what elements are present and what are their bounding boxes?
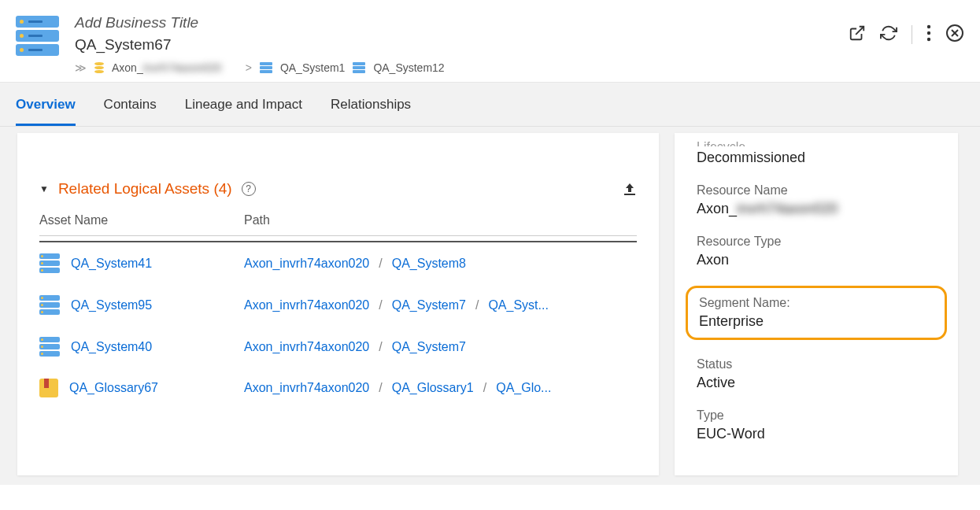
column-path[interactable]: Path [244, 213, 270, 227]
field-value: Axon_invrh74axon020 [697, 201, 936, 217]
more-icon[interactable] [926, 24, 931, 45]
asset-cell: QA_System95 [39, 295, 244, 315]
chevron-icon: > [246, 61, 252, 74]
field-label: Lifecycle [697, 138, 936, 146]
field-label: Status [697, 357, 936, 371]
field-lifecycle: Lifecycle Decommissioned [697, 138, 936, 166]
asset-cell: QA_System40 [39, 337, 244, 357]
path-cell: Axon_invrh74axon020/QA_System7 [244, 340, 637, 354]
path-link[interactable]: Axon_invrh74axon020 [244, 381, 369, 395]
path-separator: / [379, 340, 382, 354]
field-value: Decommissioned [697, 150, 936, 166]
main-panel: ▼ Related Logical Assets (4) ? Asset Nam… [17, 133, 659, 475]
path-separator: / [483, 381, 486, 395]
path-separator: / [379, 298, 382, 312]
database-icon [94, 62, 104, 73]
path-link[interactable]: QA_System7 [392, 340, 466, 354]
path-link[interactable]: QA_System7 [392, 298, 466, 312]
field-type: Type EUC-Word [697, 408, 936, 442]
asset-cell: QA_Glossary67 [39, 379, 244, 397]
path-link[interactable]: Axon_invrh74axon020 [244, 257, 369, 271]
asset-link[interactable]: QA_System41 [71, 257, 152, 271]
tab-contains[interactable]: Contains [104, 97, 157, 126]
business-title-placeholder[interactable]: Add Business Title [75, 14, 849, 31]
tab-relationships[interactable]: Relationships [331, 97, 411, 126]
field-segment-name: Segment Name: Enterprise [686, 286, 947, 340]
path-link[interactable]: Axon_invrh74axon020 [244, 298, 369, 312]
field-value: Active [697, 375, 936, 391]
field-resource-type: Resource Type Axon [697, 235, 936, 268]
asset-link[interactable]: QA_System95 [71, 298, 152, 312]
glossary-icon [39, 379, 58, 397]
content-area: ▼ Related Logical Assets (4) ? Asset Nam… [0, 127, 980, 485]
path-separator: / [379, 381, 382, 395]
field-value: Axon [697, 252, 936, 268]
path-link[interactable]: QA_Glo... [496, 381, 551, 395]
path-cell: Axon_invrh74axon020/QA_Glossary1/QA_Glo.… [244, 381, 637, 395]
breadcrumb-item[interactable]: QA_System12 [373, 61, 444, 74]
header-titles: Add Business Title QA_System67 ≫ Axon_in… [75, 14, 849, 74]
path-link[interactable]: QA_System8 [392, 257, 466, 271]
page-header: Add Business Title QA_System67 ≫ Axon_in… [0, 0, 980, 83]
asset-link[interactable]: QA_System40 [71, 340, 152, 354]
chevron-icon: ≫ [75, 61, 87, 74]
breadcrumb-item[interactable]: QA_System1 [280, 61, 345, 74]
tab-lineage[interactable]: Lineage and Impact [185, 97, 302, 126]
system-icon [353, 62, 365, 73]
asset-cell: QA_System41 [39, 253, 244, 273]
path-separator: / [379, 257, 382, 271]
header-actions [849, 24, 964, 46]
table-row: QA_System40Axon_invrh74axon020/QA_System… [39, 326, 637, 368]
table-row: QA_System95Axon_invrh74axon020/QA_System… [39, 284, 637, 326]
refresh-icon[interactable] [880, 24, 897, 45]
field-label: Type [697, 408, 936, 423]
close-icon[interactable] [945, 24, 964, 46]
table-header: Asset Name Path [39, 213, 637, 236]
field-label: Resource Name [697, 183, 936, 198]
details-sidebar: Lifecycle Decommissioned Resource Name A… [675, 133, 958, 475]
path-separator: / [475, 298, 479, 312]
svg-point-1 [927, 25, 930, 28]
field-status: Status Active [697, 357, 936, 391]
field-value: Enterprise [699, 313, 934, 330]
system-icon [39, 337, 60, 357]
field-label: Segment Name: [699, 296, 934, 310]
svg-point-2 [927, 31, 930, 35]
field-value: EUC-Word [697, 426, 936, 442]
svg-point-3 [927, 38, 930, 41]
help-icon[interactable]: ? [242, 182, 256, 196]
table-body: QA_System41Axon_invrh74axon020/QA_System… [39, 241, 637, 408]
system-icon [39, 295, 60, 315]
breadcrumb-root[interactable]: Axon_invrh74axon020 [112, 61, 238, 74]
svg-rect-7 [624, 194, 635, 195]
path-link[interactable]: QA_Syst... [488, 298, 548, 312]
system-icon [260, 62, 272, 73]
table-row: QA_System41Axon_invrh74axon020/QA_System… [39, 242, 637, 284]
breadcrumb: ≫ Axon_invrh74axon020 > QA_System1 QA_Sy… [75, 61, 849, 74]
table-row: QA_Glossary67Axon_invrh74axon020/QA_Glos… [39, 368, 637, 408]
path-cell: Axon_invrh74axon020/QA_System7/QA_Syst..… [244, 298, 637, 312]
field-resource-name: Resource Name Axon_invrh74axon020 [697, 183, 936, 217]
collapse-caret-icon[interactable]: ▼ [39, 183, 49, 194]
section-header: ▼ Related Logical Assets (4) ? [39, 180, 637, 198]
tab-overview[interactable]: Overview [16, 97, 76, 126]
system-icon [16, 16, 59, 56]
system-name: QA_System67 [75, 36, 849, 54]
export-icon[interactable] [623, 182, 637, 196]
divider [912, 25, 912, 44]
section-title: Related Logical Assets (4) [58, 180, 232, 198]
path-link[interactable]: Axon_invrh74axon020 [244, 340, 369, 354]
field-label: Resource Type [697, 235, 936, 249]
path-link[interactable]: QA_Glossary1 [392, 381, 474, 395]
open-external-icon[interactable] [849, 24, 866, 45]
asset-link[interactable]: QA_Glossary67 [69, 381, 158, 395]
tab-bar: Overview Contains Lineage and Impact Rel… [0, 83, 980, 127]
svg-line-0 [856, 27, 864, 35]
system-icon [39, 253, 60, 273]
path-cell: Axon_invrh74axon020/QA_System8 [244, 257, 637, 271]
column-asset-name[interactable]: Asset Name [39, 213, 244, 227]
